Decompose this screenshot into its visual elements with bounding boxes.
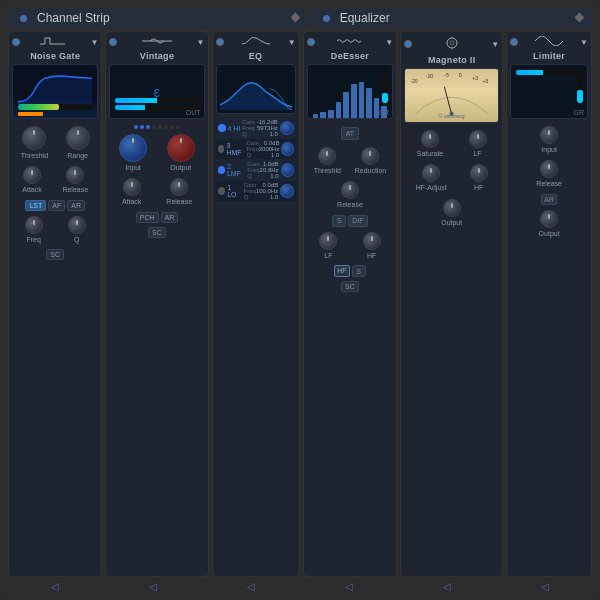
limiter-dropdown[interactable]: ▼ (580, 38, 588, 47)
channel-strip-header: Channel Strip (8, 8, 308, 28)
de-hf-knob[interactable] (363, 232, 381, 250)
range-group: Range (66, 126, 90, 160)
eq-power[interactable] (216, 38, 224, 46)
eq-band-2-toggle[interactable] (218, 166, 225, 174)
vintage-header: ▼ (109, 36, 204, 48)
limiter-release-group: Release (536, 160, 562, 188)
nav-de-esser[interactable]: ◁ (301, 581, 396, 592)
eq-dropdown[interactable]: ▼ (288, 38, 296, 47)
de-esser-module: ▼ DeEsser GR (303, 31, 397, 577)
noise-gate-sc-btn[interactable]: SC (46, 249, 64, 260)
eq-band-1-knob[interactable] (280, 184, 293, 198)
limiter-ar-row: AR (510, 194, 588, 205)
magneto-power[interactable] (404, 40, 412, 48)
de-dif-btn[interactable]: DIF (348, 215, 367, 227)
nav-eq[interactable]: ◁ (204, 581, 299, 592)
vintage-output-knob[interactable] (167, 134, 195, 162)
noise-gate-btn-row: LST AF AR (12, 200, 98, 211)
de-s-btn[interactable]: S (332, 215, 346, 227)
af-btn[interactable]: AF (48, 200, 65, 211)
magneto-meter: -20 -10 -5 0 +3 +5 © steinberg (404, 68, 499, 123)
de-esser-sc-btn[interactable]: SC (341, 281, 359, 292)
magneto-hf-knob[interactable] (470, 164, 488, 182)
eq-band-1-toggle[interactable] (218, 187, 226, 195)
limiter-input-knob[interactable] (540, 126, 558, 144)
vintage-ar-btn[interactable]: AR (161, 212, 179, 223)
de-esser-knobs-2: Release (307, 181, 393, 209)
limiter-knobs-3: Output (510, 210, 588, 238)
vintage-release-knob[interactable] (170, 178, 188, 196)
de-threshld-group: Threshld (314, 147, 341, 175)
ng-freq-knob[interactable] (25, 216, 43, 234)
eq-band-1-num: 1 LO (227, 184, 241, 198)
noise-gate-dropdown[interactable]: ▼ (91, 38, 99, 47)
ng-release-knob[interactable] (66, 166, 84, 184)
vintage-input-group: Input (119, 134, 147, 172)
vintage-power[interactable] (109, 38, 117, 46)
vintage-dropdown[interactable]: ▼ (197, 38, 205, 47)
threshld-group: Threshld (21, 126, 48, 160)
magneto-saturate-knob[interactable] (421, 130, 439, 148)
ng-q-knob[interactable] (68, 216, 86, 234)
threshld-label: Threshld (21, 152, 48, 160)
vintage-input-knob[interactable] (119, 134, 147, 162)
magneto-saturate-label: Saturate (417, 150, 443, 158)
vintage-attack-knob[interactable] (123, 178, 141, 196)
de-esser-power[interactable] (307, 38, 315, 46)
nav-noise-gate[interactable]: ◁ (8, 581, 103, 592)
magneto-dropdown[interactable]: ▼ (491, 40, 499, 49)
svg-line-12 (444, 87, 451, 114)
de-threshld-knob[interactable] (318, 147, 336, 165)
eq-band-3-knob[interactable] (281, 142, 293, 156)
ar-btn[interactable]: AR (67, 200, 85, 211)
de-reduction-knob[interactable] (361, 147, 379, 165)
magneto-lf-group: LF (469, 130, 487, 158)
ng-attack-group: Attack (22, 166, 41, 194)
steinberg-label: © steinberg (439, 113, 465, 119)
section-headers: Channel Strip Equalizer (8, 8, 592, 28)
at-btn[interactable]: AT (341, 127, 359, 140)
lst-btn[interactable]: LST (25, 200, 46, 211)
de-release-knob[interactable] (341, 181, 359, 199)
limiter-knobs-1: Input (510, 126, 588, 154)
magneto-lf-knob[interactable] (469, 130, 487, 148)
eq-band-2-knob[interactable] (281, 163, 294, 177)
eq-band-4-knob[interactable] (280, 121, 294, 135)
svg-point-2 (447, 38, 457, 48)
vintage-dots (134, 125, 180, 129)
nav-vintage[interactable]: ◁ (106, 581, 201, 592)
eq-header: ▼ (216, 36, 296, 48)
noise-gate-sc-row: SC (12, 249, 98, 260)
ng-attack-knob[interactable] (23, 166, 41, 184)
limiter-ar-btn[interactable]: AR (541, 194, 557, 205)
plugins-area: ▼ Noise Gate Threshld (8, 31, 592, 577)
magneto-output-knob[interactable] (443, 199, 461, 217)
limiter-output-knob[interactable] (540, 210, 558, 228)
de-s2-btn[interactable]: S (352, 265, 366, 277)
de-esser-gr-label: GR (379, 109, 390, 116)
noise-gate-header: ▼ (12, 36, 98, 48)
eq-band-1: 1 LO Gain0.0dB Freq100.0Hz Q1.0 (216, 181, 296, 201)
eq-band-4-params: Gain-16.2dB Freq5973Hz Q1.0 (242, 119, 277, 137)
vintage-knobs-1: Input Output (109, 134, 204, 172)
limiter-power[interactable] (510, 38, 518, 46)
range-knob[interactable] (66, 126, 90, 150)
vintage-sc-btn[interactable]: SC (148, 227, 166, 238)
eq-band-3-toggle[interactable] (218, 145, 225, 153)
svg-point-3 (450, 41, 454, 45)
de-hf-btn[interactable]: HF (334, 265, 349, 277)
noise-gate-power[interactable] (12, 38, 20, 46)
pch-btn[interactable]: PCH (136, 212, 159, 223)
vintage-output-group: Output (167, 134, 195, 172)
magneto-name: Magneto II (428, 55, 476, 65)
nav-magneto[interactable]: ◁ (399, 581, 494, 592)
eq-band-4-toggle[interactable] (218, 124, 226, 132)
de-esser-dropdown[interactable]: ▼ (385, 38, 393, 47)
magneto-hfadj-knob[interactable] (422, 164, 440, 182)
nav-limiter[interactable]: ◁ (497, 581, 592, 592)
threshld-knob[interactable] (22, 126, 46, 150)
ng-release-label: Release (62, 186, 88, 194)
limiter-release-knob[interactable] (540, 160, 558, 178)
de-lf-knob[interactable] (319, 232, 337, 250)
vintage-type-icon (117, 36, 196, 48)
